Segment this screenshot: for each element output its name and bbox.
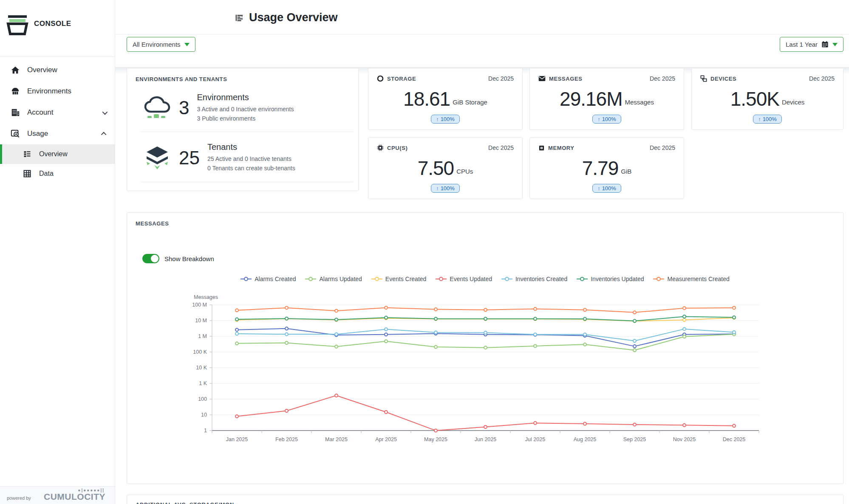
svg-text:100: 100: [198, 396, 207, 402]
usage-icon: [10, 129, 20, 139]
sidebar-item-usage-data[interactable]: Data: [0, 164, 115, 183]
filter-bar: All Environments Last 1 Year: [115, 34, 849, 67]
svg-text:1 M: 1 M: [198, 333, 207, 339]
sidebar-item-account[interactable]: Account: [0, 102, 115, 123]
app-logo[interactable]: CONSOLE: [6, 12, 71, 36]
sidebar-nav: Overview Environments Account Usage: [0, 59, 115, 183]
devices-value: 1.50K: [730, 87, 779, 110]
environment-filter-value: All Environments: [133, 41, 181, 48]
legend-label: Alarms Created: [255, 276, 296, 282]
sidebar-item-label: Overview: [39, 150, 68, 158]
period-filter-dropdown[interactable]: Last 1 Year: [780, 37, 843, 52]
usage-report-icon: [235, 13, 244, 23]
table-icon: [22, 169, 32, 179]
cpu-value: 7.50: [418, 157, 454, 180]
svg-text:Messages: Messages: [194, 294, 218, 300]
legend-label: Measurements Created: [667, 276, 729, 282]
card-period: Dec 2025: [809, 75, 835, 82]
messages-chart-section: MESSAGES Show Breakdown Alarms CreatedAl…: [127, 212, 843, 484]
console-basket-icon: [6, 12, 28, 36]
card-title: CPU(S): [387, 145, 408, 151]
svg-text:Sep 2025: Sep 2025: [623, 436, 646, 442]
building-icon: [10, 107, 20, 118]
legend-item[interactable]: Alarms Created: [241, 276, 296, 282]
legend-label: Inventories Created: [515, 276, 567, 282]
cpu-card: CPU(S) Dec 2025 7.50 CPUs ↑100%: [368, 137, 523, 199]
chart-legend: Alarms CreatedAlarms UpdatedEvents Creat…: [127, 276, 843, 282]
trend-badge: ↑100%: [753, 115, 782, 124]
storage-unit: GiB Storage: [453, 99, 487, 106]
toggle-label: Show Breakdown: [164, 255, 214, 262]
trend-badge: ↑100%: [592, 184, 621, 193]
memory-value: 7.79: [582, 157, 619, 180]
card-title: MESSAGES: [549, 76, 582, 82]
card-divider: [141, 182, 353, 182]
svg-text:Feb 2025: Feb 2025: [275, 436, 298, 442]
environments-summary: 3 Environments 3 Active and 0 Inactive e…: [136, 82, 358, 132]
legend-marker-icon: [436, 276, 447, 282]
arrow-up-icon: ↑: [436, 185, 439, 191]
legend-label: Events Created: [385, 276, 427, 282]
list-icon: [22, 149, 32, 159]
sidebar-item-usage[interactable]: Usage: [0, 123, 115, 144]
powered-by-label: powered by: [7, 496, 31, 501]
storage-value: 18.61: [403, 87, 450, 110]
storage-disk-icon: [377, 75, 384, 82]
svg-text:Dec 2025: Dec 2025: [723, 436, 746, 442]
sidebar-item-label: Overview: [27, 66, 57, 74]
legend-marker-icon: [371, 276, 382, 282]
legend-marker-icon: [653, 276, 664, 282]
storage-card: STORAGE Dec 2025 18.61 GiB Storage ↑100%: [368, 68, 523, 130]
cpu-unit: CPUs: [456, 168, 473, 175]
card-title: ENVIRONMENTS AND TENANTS: [136, 76, 358, 82]
legend-item[interactable]: Measurements Created: [653, 276, 729, 282]
devices-unit: Devices: [782, 99, 804, 106]
tenants-layers-icon: [143, 146, 171, 170]
tenants-summary: 25 Tenants 25 Active and 0 Inactive tena…: [136, 132, 358, 181]
arrow-up-icon: ↑: [597, 185, 600, 191]
svg-text:10: 10: [201, 412, 207, 418]
legend-item[interactable]: Events Updated: [436, 276, 492, 282]
arrow-up-icon: ↑: [758, 116, 761, 122]
toggle-knob: [151, 255, 158, 262]
svg-text:Jan 2025: Jan 2025: [226, 436, 248, 442]
messages-line-chart[interactable]: 1101001 K10 K100 K1 M10 M100 MJan 2025Fe…: [161, 290, 777, 451]
svg-text:Apr 2025: Apr 2025: [375, 436, 397, 442]
legend-marker-icon: [305, 276, 316, 282]
tenants-line1: 25 Active and 0 Inactive tenants: [207, 155, 295, 164]
legend-marker-icon: [241, 276, 252, 282]
sidebar-footer: ●|●●●●●|| powered by CUMULOCITY: [0, 486, 115, 504]
memory-unit: GiB: [621, 168, 631, 175]
legend-item[interactable]: Inventories Updated: [577, 276, 644, 282]
svg-text:Jul 2025: Jul 2025: [525, 436, 545, 442]
sidebar-divider: [0, 56, 115, 57]
arrow-up-icon: ↑: [597, 116, 600, 122]
devices-card: DEVICES Dec 2025 1.50K Devices ↑100%: [691, 68, 843, 130]
sidebar-item-environments[interactable]: Environments: [0, 81, 115, 102]
memory-card: MEMORY Dec 2025 7.79 GiB ↑100%: [529, 137, 684, 199]
svg-text:Aug 2025: Aug 2025: [574, 436, 597, 442]
environment-filter-dropdown[interactable]: All Environments: [127, 37, 195, 52]
section-title: MESSAGES: [136, 220, 169, 227]
messages-value: 29.16M: [560, 87, 622, 110]
svg-text:Mar 2025: Mar 2025: [325, 436, 348, 442]
sidebar-item-label: Environments: [27, 87, 71, 96]
caret-down-icon: [832, 43, 838, 46]
card-period: Dec 2025: [650, 144, 675, 151]
svg-text:10 K: 10 K: [196, 365, 207, 371]
svg-text:10 M: 10 M: [195, 318, 207, 324]
devices-icon: [700, 75, 707, 82]
legend-item[interactable]: Inventories Created: [501, 276, 567, 282]
svg-text:Jun 2025: Jun 2025: [475, 436, 496, 442]
legend-item[interactable]: Alarms Updated: [305, 276, 362, 282]
chevron-up-icon: [101, 132, 107, 137]
home-icon: [10, 65, 20, 75]
sidebar-item-overview[interactable]: Overview: [0, 59, 115, 81]
legend-label: Inventories Updated: [591, 276, 644, 282]
trend-badge: ↑100%: [431, 184, 460, 193]
sidebar-item-usage-overview[interactable]: Overview: [0, 144, 115, 164]
cloud-icon: [143, 96, 171, 120]
show-breakdown-toggle[interactable]: [142, 254, 159, 263]
card-period: Dec 2025: [488, 75, 514, 82]
legend-item[interactable]: Events Created: [371, 276, 427, 282]
